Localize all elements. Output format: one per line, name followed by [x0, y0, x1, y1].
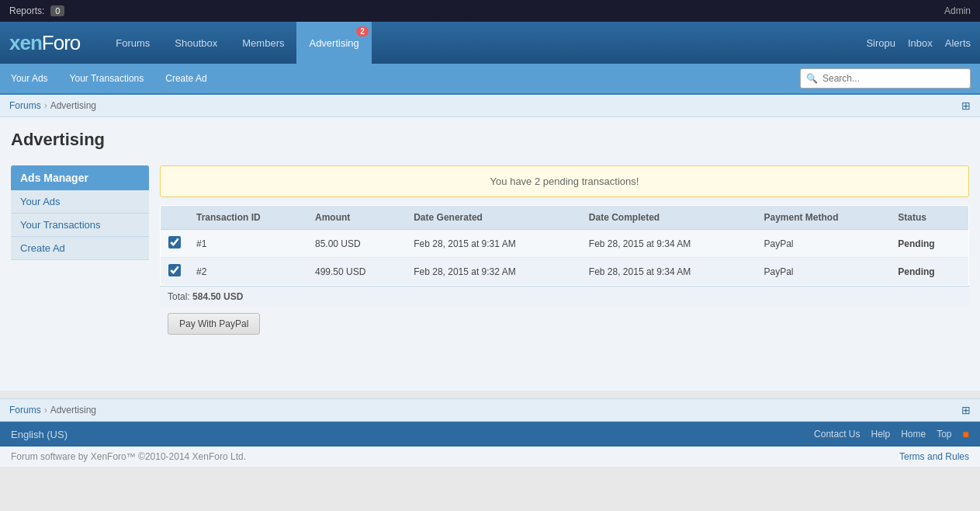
logo[interactable]: xenForo	[9, 31, 80, 55]
row-status-0: Pending	[890, 230, 968, 258]
top-bar-left: Reports: 0	[9, 5, 64, 16]
footer-locale: English (US)	[11, 429, 68, 440]
table-body: #1 85.00 USD Feb 28, 2015 at 9:31 AM Feb…	[161, 230, 969, 286]
breadcrumb-bottom-advertising: Advertising	[50, 405, 96, 415]
col-date-generated: Date Generated	[406, 206, 581, 230]
pay-with-paypal-button[interactable]: Pay With PayPal	[168, 313, 260, 335]
col-transaction-id: Transaction ID	[189, 206, 307, 230]
search-wrap: 🔍	[800, 68, 971, 89]
breadcrumb-forums[interactable]: Forums	[9, 100, 41, 111]
footer: English (US) Contact Us Help Home Top ■	[0, 422, 980, 447]
breadcrumb-sep-1: ›	[44, 100, 47, 111]
table-row: #1 85.00 USD Feb 28, 2015 at 9:31 AM Feb…	[161, 230, 969, 258]
sidebar: Ads Manager Your Ads Your Transactions C…	[11, 165, 149, 383]
row-id-1: #2	[189, 258, 307, 286]
top-bar: Reports: 0 Admin	[0, 0, 980, 22]
sidebar-your-transactions[interactable]: Your Transactions	[11, 214, 149, 237]
transactions-table: Transaction ID Amount Date Generated Dat…	[160, 205, 969, 286]
nav-item-members[interactable]: Members	[230, 22, 296, 64]
table-header-row: Transaction ID Amount Date Generated Dat…	[161, 206, 969, 230]
user-links: Siropu Inbox Alerts	[866, 37, 971, 49]
row-date-gen-1: Feb 28, 2015 at 9:32 AM	[406, 258, 581, 286]
footer-top[interactable]: Top	[937, 429, 951, 440]
terms-and-rules-link[interactable]: Terms and Rules	[899, 451, 969, 462]
page-title-area: Advertising	[0, 117, 980, 158]
breadcrumb-nav: Forums › Advertising	[9, 100, 96, 111]
advertising-badge: 2	[356, 26, 369, 36]
footer-home[interactable]: Home	[901, 429, 926, 440]
footer-contact-us[interactable]: Contact Us	[814, 429, 860, 440]
row-checkbox-1[interactable]	[168, 264, 181, 276]
breadcrumb-sep-bottom: ›	[44, 405, 47, 415]
admin-link[interactable]: Admin	[944, 5, 971, 16]
total-value: 584.50 USD	[192, 291, 243, 302]
total-label: Total:	[168, 291, 190, 302]
expand-icon-top[interactable]: ⊞	[961, 99, 971, 112]
subnav-create-ad[interactable]: Create Ad	[154, 67, 217, 90]
row-date-gen-0: Feb 28, 2015 at 9:31 AM	[406, 230, 581, 258]
reports-label: Reports:	[9, 5, 44, 16]
alerts-link[interactable]: Alerts	[945, 37, 971, 49]
nav-item-forums[interactable]: Forums	[103, 22, 162, 64]
nav-item-shoutbox[interactable]: Shoutbox	[162, 22, 230, 64]
page-title: Advertising	[11, 130, 969, 150]
sub-nav: Your Ads Your Transactions Create Ad	[0, 67, 218, 90]
breadcrumb-nav-bottom: Forums › Advertising	[9, 405, 96, 415]
row-id-0: #1	[189, 230, 307, 258]
expand-icon-bottom[interactable]: ⊞	[961, 404, 971, 416]
user-siropu[interactable]: Siropu	[866, 37, 895, 49]
content-area: You have 2 pending transactions! Transac…	[160, 165, 969, 383]
subnav-your-ads[interactable]: Your Ads	[0, 67, 59, 90]
row-checkbox-cell[interactable]	[161, 230, 189, 258]
row-payment-1: PayPal	[756, 258, 890, 286]
logo-foro: Foro	[42, 31, 80, 54]
total-row: Total: 584.50 USD	[160, 286, 969, 307]
inbox-link[interactable]: Inbox	[908, 37, 933, 49]
nav-bar: xenForo Forums Shoutbox Members Advertis…	[0, 22, 980, 64]
row-status-1: Pending	[890, 258, 968, 286]
col-payment-method: Payment Method	[756, 206, 890, 230]
rss-icon[interactable]: ■	[963, 428, 969, 440]
sidebar-header: Ads Manager	[11, 165, 149, 190]
footer-help[interactable]: Help	[871, 429, 890, 440]
breadcrumb-advertising: Advertising	[50, 100, 96, 111]
nav-links: Forums Shoutbox Members Advertising 2	[103, 22, 372, 64]
col-amount: Amount	[307, 206, 406, 230]
pay-button-wrap: Pay With PayPal	[160, 307, 969, 341]
breadcrumb-bottom-forums[interactable]: Forums	[9, 405, 41, 415]
search-input[interactable]	[800, 68, 971, 89]
nav-item-advertising[interactable]: Advertising 2	[296, 22, 371, 64]
subnav-your-transactions[interactable]: Your Transactions	[59, 67, 155, 90]
reports-badge: 0	[50, 5, 64, 16]
search-bar: 🔍	[791, 64, 980, 93]
logo-xen: xen	[9, 31, 42, 54]
row-date-comp-0: Feb 28, 2015 at 9:34 AM	[581, 230, 757, 258]
row-payment-0: PayPal	[756, 230, 890, 258]
copyright-text: Forum software by XenForo™ ©2010-2014 Xe…	[11, 451, 246, 462]
row-date-comp-1: Feb 28, 2015 at 9:34 AM	[581, 258, 757, 286]
breadcrumb-bottom: Forums › Advertising ⊞	[0, 398, 980, 422]
col-status: Status	[890, 206, 968, 230]
row-checkbox-cell[interactable]	[161, 258, 189, 286]
col-checkbox	[161, 206, 189, 230]
row-amount-0: 85.00 USD	[307, 230, 406, 258]
row-checkbox-0[interactable]	[168, 236, 181, 249]
sidebar-your-ads[interactable]: Your Ads	[11, 190, 149, 214]
footer-links: Contact Us Help Home Top ■	[814, 428, 969, 440]
table-row: #2 499.50 USD Feb 28, 2015 at 9:32 AM Fe…	[161, 258, 969, 286]
search-icon: 🔍	[806, 73, 818, 84]
copyright-bar: Forum software by XenForo™ ©2010-2014 Xe…	[0, 447, 980, 467]
sidebar-create-ad[interactable]: Create Ad	[11, 237, 149, 260]
col-date-completed: Date Completed	[581, 206, 757, 230]
row-amount-1: 499.50 USD	[307, 258, 406, 286]
breadcrumb-top: Forums › Advertising ⊞	[0, 95, 980, 117]
main-content: Ads Manager Your Ads Your Transactions C…	[0, 158, 980, 391]
pending-notice: You have 2 pending transactions!	[160, 165, 969, 197]
